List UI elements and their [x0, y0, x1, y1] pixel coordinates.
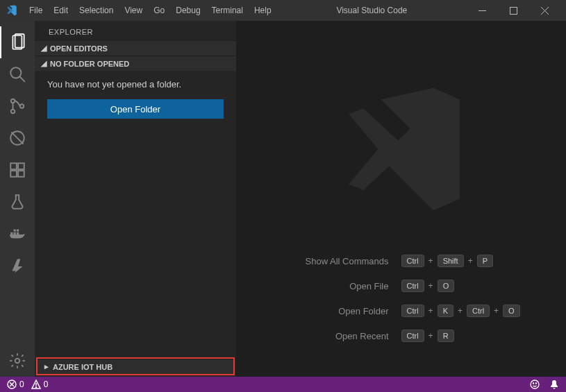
svg-point-25: [533, 383, 533, 384]
plus-separator: +: [428, 306, 433, 316]
shortcut-keys: Ctrl+Shift+P: [401, 255, 533, 267]
svg-rect-11: [10, 163, 17, 169]
svg-point-24: [531, 380, 539, 389]
menu-go[interactable]: Go: [148, 6, 170, 15]
shortcut-row: Open FileCtrl+O: [269, 280, 533, 292]
keycap: O: [503, 305, 520, 317]
shortcut-keys: Ctrl+K+Ctrl+O: [401, 305, 533, 317]
editor-area: Show All CommandsCtrl+Shift+POpen FileCt…: [236, 21, 566, 377]
svg-rect-17: [17, 232, 19, 235]
explorer-icon[interactable]: [0, 26, 35, 58]
chevron-down-icon: ◢: [39, 59, 49, 68]
keycap: Ctrl: [467, 305, 490, 317]
keycap: Ctrl: [401, 330, 424, 342]
keycap: Ctrl: [401, 255, 424, 267]
bell-icon[interactable]: [549, 380, 559, 390]
shortcut-label: Open Recent: [269, 331, 401, 341]
warnings-count[interactable]: 0: [44, 380, 49, 389]
svg-rect-15: [10, 232, 13, 235]
extensions-icon[interactable]: [0, 154, 35, 186]
menu-file[interactable]: File: [24, 6, 48, 15]
keycap: Shift: [438, 255, 464, 267]
menu-view[interactable]: View: [119, 6, 148, 15]
svg-rect-14: [18, 163, 24, 169]
keycap: Ctrl: [401, 305, 424, 317]
svg-line-10: [11, 132, 23, 144]
settings-gear-icon[interactable]: [0, 345, 35, 377]
plus-separator: +: [458, 306, 463, 316]
test-icon[interactable]: [0, 186, 35, 218]
svg-point-8: [20, 104, 24, 108]
keycap: Ctrl: [401, 280, 424, 292]
shortcut-label: Show All Commands: [269, 256, 401, 266]
no-folder-header[interactable]: ◢ NO FOLDER OPENED: [35, 56, 236, 71]
plus-separator: +: [428, 256, 433, 266]
title-bar: File Edit Selection View Go Debug Termin…: [0, 0, 566, 21]
no-folder-message: You have not yet opened a folder.: [47, 79, 224, 90]
menu-debug[interactable]: Debug: [170, 6, 206, 15]
keycap: R: [438, 330, 454, 342]
errors-count[interactable]: 0: [19, 380, 24, 389]
welcome-shortcuts: Show All CommandsCtrl+Shift+POpen FileCt…: [236, 255, 566, 342]
keycap: P: [477, 255, 493, 267]
sidebar-title: EXPLORER: [35, 21, 236, 40]
shortcut-row: Open FolderCtrl+K+Ctrl+O: [269, 305, 533, 317]
svg-point-7: [11, 110, 15, 113]
window-controls: [467, 0, 560, 21]
plus-separator: +: [494, 306, 499, 316]
plus-separator: +: [468, 256, 473, 266]
svg-rect-16: [14, 232, 16, 235]
svg-rect-19: [17, 230, 19, 232]
menu-help[interactable]: Help: [249, 6, 277, 15]
explorer-sidebar: EXPLORER ◢ OPEN EDITORS ◢ NO FOLDER OPEN…: [35, 21, 236, 377]
debug-icon[interactable]: [0, 122, 35, 154]
activity-bar: [0, 21, 35, 377]
maximize-button[interactable]: [498, 0, 529, 21]
azure-iot-hub-header[interactable]: ▸ AZURE IOT HUB: [38, 359, 233, 374]
search-icon[interactable]: [0, 58, 35, 90]
menu-edit[interactable]: Edit: [48, 6, 74, 15]
window-title: Visual Studio Code: [277, 6, 467, 15]
no-folder-label: NO FOLDER OPENED: [50, 60, 129, 68]
minimize-button[interactable]: [467, 0, 498, 21]
source-control-icon[interactable]: [0, 90, 35, 122]
status-bar: 0 0: [0, 377, 566, 392]
menu-selection[interactable]: Selection: [74, 6, 119, 15]
svg-rect-12: [10, 171, 17, 177]
close-button[interactable]: [529, 0, 560, 21]
errors-icon[interactable]: [7, 380, 17, 390]
shortcut-row: Open RecentCtrl+R: [269, 330, 533, 342]
svg-point-20: [15, 359, 20, 364]
docker-icon[interactable]: [0, 218, 35, 250]
menu-terminal[interactable]: Terminal: [206, 6, 249, 15]
open-editors-label: OPEN EDITORS: [50, 44, 108, 53]
svg-point-4: [10, 67, 21, 78]
open-editors-header[interactable]: ◢ OPEN EDITORS: [35, 40, 236, 56]
no-folder-body: You have not yet opened a folder. Open F…: [35, 71, 236, 127]
plus-separator: +: [428, 281, 433, 291]
svg-point-26: [535, 383, 536, 384]
shortcut-label: Open File: [269, 281, 401, 291]
svg-point-23: [35, 387, 36, 388]
svg-line-5: [19, 76, 25, 82]
vscode-logo-icon: [6, 4, 18, 17]
main-menu: File Edit Selection View Go Debug Termin…: [24, 6, 277, 15]
keycap: O: [438, 280, 455, 292]
azure-iot-hub-label: AZURE IOT HUB: [53, 363, 113, 371]
plus-separator: +: [428, 331, 433, 341]
svg-rect-0: [478, 10, 486, 11]
azure-icon[interactable]: [0, 250, 35, 282]
open-folder-button[interactable]: Open Folder: [47, 99, 224, 119]
feedback-smile-icon[interactable]: [530, 380, 540, 390]
chevron-down-icon: ◢: [39, 44, 49, 53]
shortcut-keys: Ctrl+O: [401, 280, 533, 292]
shortcut-row: Show All CommandsCtrl+Shift+P: [269, 255, 533, 267]
shortcut-keys: Ctrl+R: [401, 330, 533, 342]
shortcut-label: Open Folder: [269, 306, 401, 316]
vscode-watermark-icon: [328, 76, 474, 224]
svg-point-6: [11, 99, 15, 103]
azure-iot-hub-highlight: ▸ AZURE IOT HUB: [36, 357, 235, 375]
warnings-icon[interactable]: [31, 380, 41, 390]
svg-rect-1: [510, 7, 517, 14]
chevron-right-icon: ▸: [42, 362, 51, 371]
